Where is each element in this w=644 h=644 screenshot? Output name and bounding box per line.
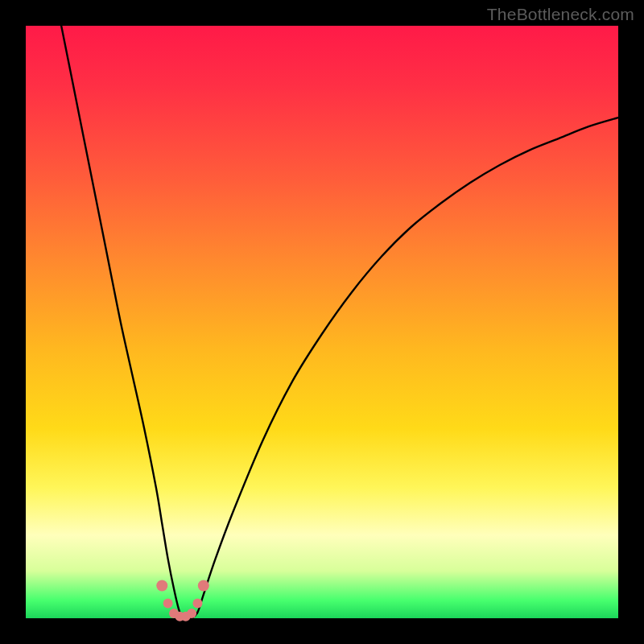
marker-dot <box>163 599 173 609</box>
bottom-marker-dots <box>156 580 209 621</box>
marker-dot <box>192 599 202 609</box>
bottleneck-curve <box>61 26 618 619</box>
watermark-text: TheBottleneck.com <box>487 5 634 24</box>
chart-frame: TheBottleneck.com <box>0 0 644 644</box>
plot-area <box>26 26 618 618</box>
marker-dot <box>198 580 209 592</box>
marker-dot <box>187 609 196 618</box>
marker-dot <box>156 580 167 592</box>
curve-layer <box>26 26 618 618</box>
